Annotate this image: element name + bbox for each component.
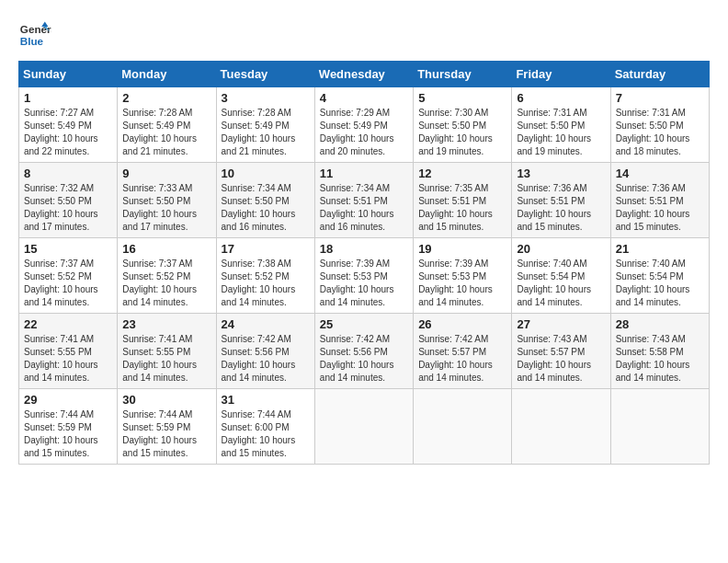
day-info: Sunrise: 7:44 AMSunset: 5:59 PMDaylight:… bbox=[24, 408, 112, 460]
day-info: Sunrise: 7:43 AMSunset: 5:58 PMDaylight:… bbox=[616, 333, 704, 385]
calendar-cell: 4Sunrise: 7:29 AMSunset: 5:49 PMDaylight… bbox=[314, 87, 413, 163]
day-number: 9 bbox=[122, 167, 210, 180]
day-info: Sunrise: 7:39 AMSunset: 5:53 PMDaylight:… bbox=[418, 258, 506, 309]
calendar-cell: 2Sunrise: 7:28 AMSunset: 5:49 PMDaylight… bbox=[118, 87, 216, 163]
weekday-header-friday: Friday bbox=[512, 62, 610, 87]
day-info: Sunrise: 7:42 AMSunset: 5:56 PMDaylight:… bbox=[320, 333, 408, 385]
day-number: 13 bbox=[517, 167, 605, 180]
calendar-cell: 31Sunrise: 7:44 AMSunset: 6:00 PMDayligh… bbox=[216, 389, 314, 465]
calendar-cell: 18Sunrise: 7:39 AMSunset: 5:53 PMDayligh… bbox=[314, 238, 413, 314]
day-number: 7 bbox=[616, 91, 704, 105]
day-info: Sunrise: 7:43 AMSunset: 5:57 PMDaylight:… bbox=[517, 333, 605, 385]
calendar-cell: 3Sunrise: 7:28 AMSunset: 5:49 PMDaylight… bbox=[216, 87, 314, 163]
day-info: Sunrise: 7:36 AMSunset: 5:51 PMDaylight:… bbox=[517, 182, 605, 234]
day-info: Sunrise: 7:27 AMSunset: 5:49 PMDaylight:… bbox=[24, 107, 112, 158]
day-number: 5 bbox=[418, 91, 506, 105]
calendar-week-3: 15Sunrise: 7:37 AMSunset: 5:52 PMDayligh… bbox=[19, 238, 710, 314]
calendar-cell: 23Sunrise: 7:41 AMSunset: 5:55 PMDayligh… bbox=[118, 314, 216, 389]
day-number: 6 bbox=[517, 91, 605, 105]
day-info: Sunrise: 7:41 AMSunset: 5:55 PMDaylight:… bbox=[122, 333, 210, 385]
day-info: Sunrise: 7:28 AMSunset: 5:49 PMDaylight:… bbox=[222, 107, 310, 158]
calendar-cell: 7Sunrise: 7:31 AMSunset: 5:50 PMDaylight… bbox=[610, 87, 709, 163]
calendar-week-5: 29Sunrise: 7:44 AMSunset: 5:59 PMDayligh… bbox=[19, 389, 710, 465]
day-info: Sunrise: 7:36 AMSunset: 5:51 PMDaylight:… bbox=[616, 182, 704, 234]
day-info: Sunrise: 7:40 AMSunset: 5:54 PMDaylight:… bbox=[517, 258, 605, 309]
day-number: 2 bbox=[122, 91, 210, 105]
day-number: 22 bbox=[24, 317, 112, 331]
day-number: 10 bbox=[222, 167, 310, 180]
day-number: 3 bbox=[222, 91, 310, 105]
logo-icon: General Blue bbox=[18, 18, 51, 52]
calendar-cell: 29Sunrise: 7:44 AMSunset: 5:59 PMDayligh… bbox=[19, 389, 118, 465]
day-number: 15 bbox=[24, 242, 112, 256]
calendar-cell: 6Sunrise: 7:31 AMSunset: 5:50 PMDaylight… bbox=[512, 87, 610, 163]
day-info: Sunrise: 7:38 AMSunset: 5:52 PMDaylight:… bbox=[222, 258, 310, 309]
calendar-cell: 19Sunrise: 7:39 AMSunset: 5:53 PMDayligh… bbox=[414, 238, 512, 314]
day-number: 21 bbox=[616, 242, 704, 256]
weekday-header-monday: Monday bbox=[118, 62, 216, 87]
calendar-cell: 21Sunrise: 7:40 AMSunset: 5:54 PMDayligh… bbox=[610, 238, 709, 314]
day-number: 14 bbox=[616, 167, 704, 180]
day-info: Sunrise: 7:35 AMSunset: 5:51 PMDaylight:… bbox=[418, 182, 506, 234]
calendar-cell: 26Sunrise: 7:42 AMSunset: 5:57 PMDayligh… bbox=[414, 314, 512, 389]
weekday-header-saturday: Saturday bbox=[610, 62, 709, 87]
day-number: 1 bbox=[24, 91, 112, 105]
calendar-cell: 22Sunrise: 7:41 AMSunset: 5:55 PMDayligh… bbox=[19, 314, 118, 389]
day-number: 12 bbox=[418, 167, 506, 180]
day-info: Sunrise: 7:34 AMSunset: 5:50 PMDaylight:… bbox=[222, 182, 310, 234]
calendar-cell: 12Sunrise: 7:35 AMSunset: 5:51 PMDayligh… bbox=[414, 163, 512, 238]
day-number: 30 bbox=[122, 393, 210, 407]
calendar-cell bbox=[512, 389, 610, 465]
day-info: Sunrise: 7:32 AMSunset: 5:50 PMDaylight:… bbox=[24, 182, 112, 234]
calendar-cell: 15Sunrise: 7:37 AMSunset: 5:52 PMDayligh… bbox=[19, 238, 118, 314]
calendar-header: SundayMondayTuesdayWednesdayThursdayFrid… bbox=[19, 62, 710, 87]
day-info: Sunrise: 7:40 AMSunset: 5:54 PMDaylight:… bbox=[616, 258, 704, 309]
day-number: 27 bbox=[517, 317, 605, 331]
calendar-cell: 25Sunrise: 7:42 AMSunset: 5:56 PMDayligh… bbox=[314, 314, 413, 389]
calendar-week-2: 8Sunrise: 7:32 AMSunset: 5:50 PMDaylight… bbox=[19, 163, 710, 238]
day-info: Sunrise: 7:37 AMSunset: 5:52 PMDaylight:… bbox=[24, 258, 112, 309]
day-number: 31 bbox=[222, 393, 310, 407]
calendar-cell: 14Sunrise: 7:36 AMSunset: 5:51 PMDayligh… bbox=[610, 163, 709, 238]
weekday-header-wednesday: Wednesday bbox=[314, 62, 413, 87]
weekday-header-thursday: Thursday bbox=[414, 62, 512, 87]
calendar-week-4: 22Sunrise: 7:41 AMSunset: 5:55 PMDayligh… bbox=[19, 314, 710, 389]
calendar-cell: 24Sunrise: 7:42 AMSunset: 5:56 PMDayligh… bbox=[216, 314, 314, 389]
calendar-cell: 20Sunrise: 7:40 AMSunset: 5:54 PMDayligh… bbox=[512, 238, 610, 314]
calendar-cell: 1Sunrise: 7:27 AMSunset: 5:49 PMDaylight… bbox=[19, 87, 118, 163]
day-number: 4 bbox=[320, 91, 408, 105]
day-number: 28 bbox=[616, 317, 704, 331]
day-info: Sunrise: 7:42 AMSunset: 5:57 PMDaylight:… bbox=[418, 333, 506, 385]
day-number: 8 bbox=[24, 167, 112, 180]
calendar-cell: 13Sunrise: 7:36 AMSunset: 5:51 PMDayligh… bbox=[512, 163, 610, 238]
calendar-cell: 17Sunrise: 7:38 AMSunset: 5:52 PMDayligh… bbox=[216, 238, 314, 314]
day-info: Sunrise: 7:44 AMSunset: 6:00 PMDaylight:… bbox=[222, 408, 310, 460]
day-info: Sunrise: 7:44 AMSunset: 5:59 PMDaylight:… bbox=[122, 408, 210, 460]
day-number: 11 bbox=[320, 167, 408, 180]
calendar-cell: 16Sunrise: 7:37 AMSunset: 5:52 PMDayligh… bbox=[118, 238, 216, 314]
calendar-cell: 10Sunrise: 7:34 AMSunset: 5:50 PMDayligh… bbox=[216, 163, 314, 238]
day-info: Sunrise: 7:31 AMSunset: 5:50 PMDaylight:… bbox=[616, 107, 704, 158]
day-number: 26 bbox=[418, 317, 506, 331]
day-number: 23 bbox=[122, 317, 210, 331]
calendar-cell: 11Sunrise: 7:34 AMSunset: 5:51 PMDayligh… bbox=[314, 163, 413, 238]
calendar-cell: 28Sunrise: 7:43 AMSunset: 5:58 PMDayligh… bbox=[610, 314, 709, 389]
day-info: Sunrise: 7:39 AMSunset: 5:53 PMDaylight:… bbox=[320, 258, 408, 309]
svg-text:Blue: Blue bbox=[20, 35, 44, 47]
day-number: 25 bbox=[320, 317, 408, 331]
calendar-cell: 8Sunrise: 7:32 AMSunset: 5:50 PMDaylight… bbox=[19, 163, 118, 238]
calendar-cell: 5Sunrise: 7:30 AMSunset: 5:50 PMDaylight… bbox=[414, 87, 512, 163]
logo: General Blue bbox=[18, 18, 51, 52]
day-info: Sunrise: 7:41 AMSunset: 5:55 PMDaylight:… bbox=[24, 333, 112, 385]
day-number: 29 bbox=[24, 393, 112, 407]
day-info: Sunrise: 7:30 AMSunset: 5:50 PMDaylight:… bbox=[418, 107, 506, 158]
calendar-cell bbox=[414, 389, 512, 465]
page-header: General Blue bbox=[18, 18, 710, 52]
day-number: 24 bbox=[222, 317, 310, 331]
day-number: 16 bbox=[122, 242, 210, 256]
day-number: 17 bbox=[222, 242, 310, 256]
calendar-table: SundayMondayTuesdayWednesdayThursdayFrid… bbox=[18, 61, 710, 465]
day-number: 18 bbox=[320, 242, 408, 256]
day-number: 19 bbox=[418, 242, 506, 256]
day-info: Sunrise: 7:34 AMSunset: 5:51 PMDaylight:… bbox=[320, 182, 408, 234]
